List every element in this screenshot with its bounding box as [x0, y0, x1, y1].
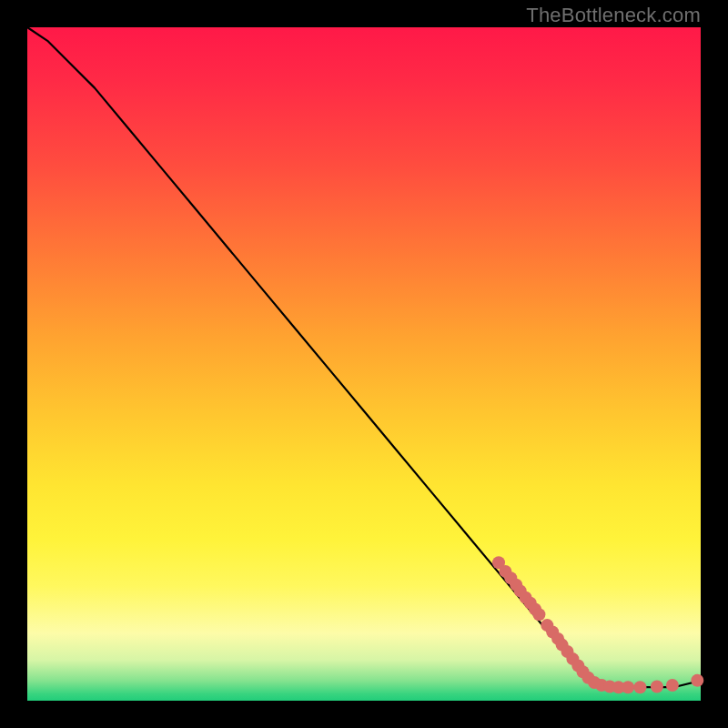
- data-marker: [651, 681, 663, 693]
- chart-svg: [27, 27, 701, 701]
- data-marker: [666, 679, 679, 692]
- data-marker: [691, 674, 703, 687]
- bottleneck-curve: [27, 27, 701, 687]
- plot-area: [27, 27, 701, 701]
- data-marker: [633, 681, 646, 693]
- data-marker: [532, 608, 545, 621]
- watermark-label: TheBottleneck.com: [526, 4, 701, 27]
- marker-group: [492, 556, 703, 693]
- chart-stage: TheBottleneck.com: [0, 0, 728, 728]
- data-marker: [622, 681, 634, 693]
